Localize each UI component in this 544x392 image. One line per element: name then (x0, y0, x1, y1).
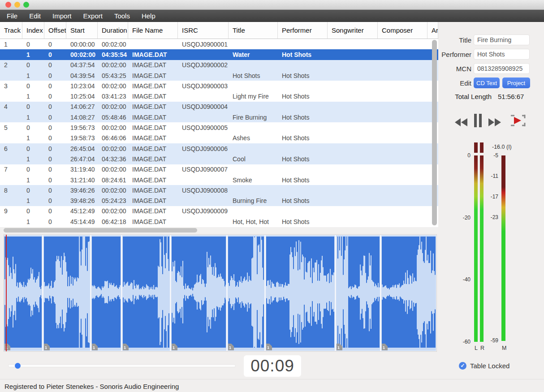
play-selection-icon (510, 114, 526, 127)
edit-label: Edit (438, 79, 471, 87)
table-row[interactable]: 1014:08:2705:48:46IMAGE.DATFire BurningH… (0, 112, 438, 122)
cell-index: 0 (22, 187, 44, 194)
cell-title: Hot Shots (229, 72, 278, 79)
table-row[interactable]: 1045:14:4906:42:18IMAGE.DATHot, Hot, Hot… (0, 216, 438, 227)
m-scale-label: -59 (479, 337, 498, 344)
playback-slider-thumb[interactable] (15, 363, 21, 369)
column-header-duration[interactable]: Duration (98, 22, 128, 39)
menu-item-export[interactable]: Export (78, 10, 108, 22)
table-row-selected[interactable]: 1000:02:0004:35:54IMAGE.DATWaterHot Shot… (0, 49, 438, 60)
cell-file: IMAGE.DAT (128, 93, 178, 100)
table-row[interactable]: 50019:56:7300:02:00IMAGE.DATUSQDJ0900005 (0, 122, 438, 133)
title-field[interactable] (474, 34, 530, 45)
cell-file: IMAGE.DAT (128, 61, 178, 69)
table-row[interactable]: 1010:25:0403:41:23IMAGE.DATLight my Fire… (0, 91, 438, 101)
horizontal-scrollbar-thumb[interactable] (4, 228, 197, 233)
table-locked-checkbox[interactable]: ✓ Table Locked (459, 362, 509, 370)
cell-file: IMAGE.DAT (128, 166, 178, 173)
table-row[interactable]: 1019:58:7306:46:06IMAGE.DATAshesHot Shot… (0, 133, 438, 143)
menu-item-edit[interactable]: Edit (23, 10, 47, 22)
zoom-button[interactable] (23, 2, 29, 8)
column-header-title[interactable]: Title (229, 22, 278, 39)
column-header-arr[interactable]: Arr (427, 22, 438, 39)
menu-item-help[interactable]: Help (136, 10, 161, 22)
cell-performer: Hot Shots (278, 51, 328, 58)
performer-field[interactable] (474, 49, 530, 60)
horizontal-scrollbar[interactable] (0, 227, 438, 233)
vertical-scrollbar-thumb[interactable] (432, 40, 437, 225)
cell-start: 10:23:04 (66, 82, 98, 90)
cell-file: IMAGE.DAT (128, 114, 178, 121)
cell-start: 39:46:26 (66, 187, 98, 194)
cell-track: 1 (0, 41, 22, 48)
cell-duration: 08:24:61 (98, 177, 128, 184)
vertical-scrollbar[interactable] (432, 40, 437, 226)
cell-duration: 03:41:23 (98, 93, 128, 100)
fast-forward-button[interactable] (488, 118, 501, 129)
table-row[interactable]: 40014:06:2700:02:00IMAGE.DATUSQDJ0900004 (0, 102, 438, 112)
cell-title: Hot, Hot, Hot (229, 218, 278, 225)
project-button[interactable]: Project (502, 78, 530, 88)
menu-item-tools[interactable]: Tools (108, 10, 136, 22)
menu-item-import[interactable]: Import (47, 10, 78, 22)
column-header-composer[interactable]: Composer (378, 22, 427, 39)
cell-offset: 0 (44, 41, 66, 48)
waveform-canvas[interactable] (4, 235, 436, 351)
cell-index: 0 (22, 166, 44, 173)
cell-start: 19:56:73 (66, 124, 98, 131)
cell-duration: 00:02:00 (98, 187, 128, 194)
cell-index: 0 (22, 124, 44, 131)
cell-offset: 0 (44, 51, 66, 58)
minimize-button[interactable] (14, 2, 20, 8)
cell-offset: 0 (44, 145, 66, 152)
cell-offset: 0 (44, 155, 66, 163)
table-locked-label: Table Locked (470, 362, 509, 370)
waveform-panel (4, 234, 437, 352)
column-header-index[interactable]: Index (22, 22, 44, 39)
table-row[interactable]: 90045:12:4900:02:00IMAGE.DATUSQDJ0900009 (0, 206, 438, 216)
cd-text-button[interactable]: CD Text (474, 78, 500, 88)
cell-file: IMAGE.DAT (128, 51, 178, 58)
cell-file: IMAGE.DAT (128, 218, 178, 225)
mcn-field[interactable] (474, 63, 530, 74)
cell-index: 0 (22, 207, 44, 215)
table-row[interactable]: 80039:46:2600:02:00IMAGE.DATUSQDJ0900008 (0, 185, 438, 195)
menu-item-file[interactable]: File (1, 10, 23, 22)
rewind-button[interactable] (454, 118, 468, 129)
table-body: 10000:00:0000:02:00USQDJ09000011000:02:0… (0, 39, 438, 227)
column-header-isrc[interactable]: ISRC (178, 22, 229, 39)
column-header-track[interactable]: Track (0, 22, 22, 39)
playback-slider[interactable] (8, 364, 236, 367)
cell-performer: Hot Shots (278, 72, 328, 79)
column-header-start[interactable]: Start (66, 22, 98, 39)
column-header-file[interactable]: File Name (128, 22, 178, 39)
table-row[interactable]: 20004:37:5400:02:00IMAGE.DATUSQDJ0900002 (0, 60, 438, 70)
loudness-readout: -16.0 (I) (492, 144, 512, 150)
cell-start: 04:37:54 (66, 61, 98, 69)
cell-offset: 0 (44, 166, 66, 173)
cell-track: 7 (0, 166, 22, 173)
title-field-label: Title (438, 36, 471, 44)
meter-bar-loudness (501, 155, 505, 341)
cell-index: 1 (22, 197, 44, 204)
table-row[interactable]: 1039:48:2605:24:23IMAGE.DATBurning FireH… (0, 195, 438, 206)
play-selection-button[interactable] (510, 114, 526, 129)
pause-button[interactable] (474, 114, 482, 129)
column-header-songwriter[interactable]: Songwriter (328, 22, 378, 39)
cell-offset: 0 (44, 103, 66, 110)
close-button[interactable] (5, 2, 11, 8)
table-row[interactable]: 1026:47:0404:32:36IMAGE.DATCoolHot Shots (0, 154, 438, 164)
table-row[interactable]: 60026:45:0400:02:00IMAGE.DATUSQDJ0900006 (0, 143, 438, 154)
cell-file: IMAGE.DAT (128, 155, 178, 163)
cell-start: 26:47:04 (66, 155, 98, 163)
table-row[interactable]: 1004:39:5405:43:25IMAGE.DATHot ShotsHot … (0, 70, 438, 81)
cell-isrc: USQDJ0900006 (178, 145, 229, 152)
table-row[interactable]: 30010:23:0400:02:00IMAGE.DATUSQDJ0900003 (0, 81, 438, 91)
column-header-offset[interactable]: Offset (44, 22, 66, 39)
table-row[interactable]: 70031:19:4000:02:00IMAGE.DATUSQDJ0900007 (0, 164, 438, 175)
cell-offset: 0 (44, 114, 66, 121)
column-header-performer[interactable]: Performer (278, 22, 328, 39)
meter-label-mono: M (502, 345, 506, 351)
table-row[interactable]: 10000:00:0000:02:00USQDJ0900001 (0, 39, 438, 49)
table-row[interactable]: 1031:21:4008:24:61IMAGE.DATSmokeHot Shot… (0, 175, 438, 185)
